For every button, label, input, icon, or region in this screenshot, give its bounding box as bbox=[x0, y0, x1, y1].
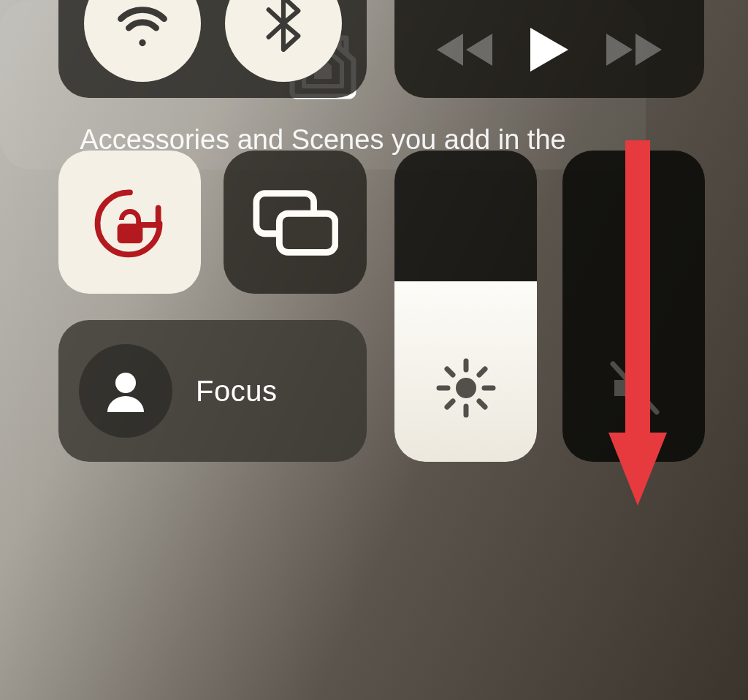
screen-mirroring-icon bbox=[252, 189, 338, 256]
person-icon bbox=[100, 365, 151, 416]
svg-point-3 bbox=[456, 378, 476, 398]
focus-label: Focus bbox=[196, 375, 277, 408]
screen-mirroring-button[interactable] bbox=[224, 151, 367, 294]
volume-mute-icon bbox=[601, 355, 667, 421]
wifi-toggle[interactable] bbox=[84, 0, 201, 82]
svg-rect-2 bbox=[279, 213, 335, 252]
svg-line-11 bbox=[447, 401, 453, 407]
rewind-button[interactable] bbox=[434, 31, 495, 69]
forward-button[interactable] bbox=[603, 31, 665, 69]
focus-button[interactable]: Focus bbox=[58, 320, 367, 462]
orientation-lock-icon bbox=[88, 180, 172, 265]
svg-point-13 bbox=[115, 373, 136, 393]
svg-line-9 bbox=[479, 401, 485, 407]
connectivity-panel bbox=[58, 0, 367, 98]
wifi-icon bbox=[114, 0, 171, 52]
play-button[interactable] bbox=[527, 25, 571, 75]
brightness-icon bbox=[433, 355, 499, 421]
bluetooth-icon bbox=[255, 0, 312, 52]
orientation-lock-toggle[interactable] bbox=[58, 151, 201, 294]
focus-avatar bbox=[79, 344, 172, 438]
svg-line-8 bbox=[447, 369, 453, 375]
svg-rect-0 bbox=[117, 224, 142, 243]
svg-line-10 bbox=[479, 369, 485, 375]
brightness-slider[interactable] bbox=[394, 151, 537, 462]
media-panel bbox=[394, 0, 704, 98]
bluetooth-toggle[interactable] bbox=[225, 0, 342, 82]
volume-slider[interactable] bbox=[562, 151, 705, 462]
